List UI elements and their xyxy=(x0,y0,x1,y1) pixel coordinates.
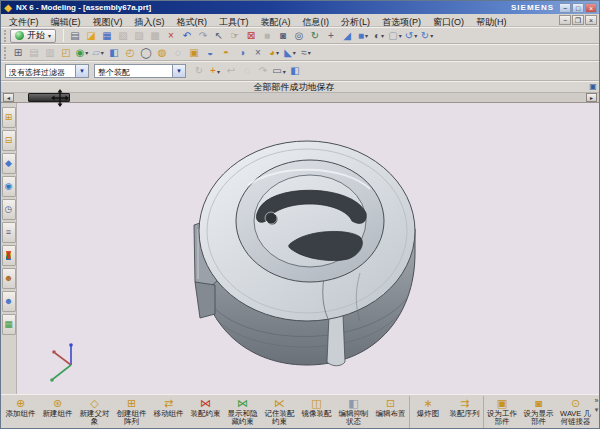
scene-icon[interactable]: ▦ xyxy=(2,314,16,335)
pan-icon[interactable]: + xyxy=(323,28,339,43)
overflow-more-icon[interactable]: ▾ xyxy=(595,405,599,414)
circle-icon[interactable]: ◌ xyxy=(239,64,255,79)
fit-view-icon[interactable]: ◙ xyxy=(275,28,291,43)
menu-view[interactable]: 视图(V) xyxy=(87,17,129,27)
shaded-cube-icon[interactable]: ◧ xyxy=(287,64,303,79)
open-folder-icon[interactable]: ◪ xyxy=(83,28,99,43)
menu-window[interactable]: 窗口(O) xyxy=(427,17,470,27)
new-parent-button[interactable]: ◇ 新建父对象 xyxy=(76,396,113,428)
menu-tools[interactable]: 工具(T) xyxy=(213,17,255,27)
wave-geometry-linker-button[interactable]: ⊙ WAVE 几何链接器 xyxy=(557,396,594,428)
selection-filter-dropdown[interactable]: 没有选择过滤器 ▼ xyxy=(5,64,89,78)
remember-constraints-button[interactable]: ⋉ 记住装配约束 xyxy=(261,396,298,428)
paste-icon[interactable]: ▩ xyxy=(147,28,163,43)
pocket-icon[interactable]: ◌ xyxy=(170,45,186,60)
menu-file[interactable]: 文件(F) xyxy=(3,17,45,27)
menu-information[interactable]: 信息(I) xyxy=(297,17,336,27)
revolve-icon[interactable]: ◴ xyxy=(122,45,138,60)
new-component-button[interactable]: ⊛ 新建组件 xyxy=(39,396,76,428)
create-component-array-button[interactable]: ⊞ 创建组件阵列 xyxy=(113,396,150,428)
scroll-right-arrow[interactable]: ▸ xyxy=(586,93,597,102)
navigator-window-icon[interactable]: ⊞ xyxy=(10,45,26,60)
delete-icon[interactable]: × xyxy=(163,28,179,43)
hole-icon[interactable]: ◯ xyxy=(138,45,154,60)
make-work-part-button[interactable]: ▣ 设为工作部件 xyxy=(483,396,520,428)
cue-bar-right-icon[interactable]: ▣ xyxy=(587,83,599,91)
extrude-icon[interactable]: ◧ xyxy=(106,45,122,60)
horizontal-scrollbar[interactable]: ◂ ▸ xyxy=(1,93,599,103)
add-component-button[interactable]: ⊕ 添加组件 xyxy=(2,396,39,428)
new-file-icon[interactable]: ▤ xyxy=(67,28,83,43)
thread-icon[interactable]: ≈ xyxy=(298,45,314,60)
snap-view-icon[interactable]: ↻ xyxy=(419,28,435,43)
gesture-icon[interactable]: ☞ xyxy=(227,28,243,43)
roles-icon[interactable]: ☻ xyxy=(2,268,16,289)
unite-icon[interactable]: ◒ xyxy=(202,45,218,60)
save-icon[interactable]: ▦ xyxy=(99,28,115,43)
open-box-icon[interactable]: ◰ xyxy=(58,45,74,60)
palette-icon[interactable]: ▮ xyxy=(2,245,16,266)
zoom-icon[interactable]: ◎ xyxy=(291,28,307,43)
menu-help[interactable]: 帮助(H) xyxy=(470,17,513,27)
cascade-windows-icon[interactable]: ▤ xyxy=(26,45,42,60)
render-style-icon[interactable]: ◐ xyxy=(371,28,387,43)
background-icon[interactable]: ▢ xyxy=(387,28,403,43)
system-materials-icon[interactable]: ≡ xyxy=(2,222,16,243)
show-hide-constraints-button[interactable]: ⋈ 显示和隐藏约束 xyxy=(224,396,261,428)
maximize-button[interactable]: □ xyxy=(572,3,584,13)
chevron-down-icon[interactable]: ▼ xyxy=(172,65,185,77)
trim-body-icon[interactable]: × xyxy=(250,45,266,60)
constraint-navigator-icon[interactable]: ⊟ xyxy=(2,130,16,151)
refresh-icon[interactable]: ↻ xyxy=(191,64,207,79)
chevron-down-icon[interactable]: ▼ xyxy=(75,65,88,77)
start-menu-button[interactable]: 开始 xyxy=(10,29,56,43)
move-component-button[interactable]: ⇄ 移动组件 xyxy=(150,396,187,428)
selection-arrow-icon[interactable]: ↖ xyxy=(211,28,227,43)
mirror-assembly-button[interactable]: ◫ 镜像装配 xyxy=(298,396,335,428)
assembly-constraints-button[interactable]: ⋈ 装配约束 xyxy=(187,396,224,428)
selection-scope-dropdown[interactable]: 整个装配 ▼ xyxy=(94,64,186,78)
undo-icon[interactable]: ↶ xyxy=(179,28,195,43)
overflow-chevron-icon[interactable]: » xyxy=(595,396,599,405)
make-displayed-part-button[interactable]: ◙ 设为显示部件 xyxy=(520,396,557,428)
web-browser-icon[interactable]: ◉ xyxy=(2,176,16,197)
blend-icon[interactable]: ◕ xyxy=(266,45,282,60)
shaded-face-icon[interactable]: ◢ xyxy=(339,28,355,43)
arc-icon[interactable]: ↷ xyxy=(255,64,271,79)
datum-plane-icon[interactable]: ▱ xyxy=(90,45,106,60)
user-groups-icon[interactable]: ☻ xyxy=(2,291,16,312)
menu-preferences[interactable]: 首选项(P) xyxy=(376,17,427,27)
intersect-icon[interactable]: ◑ xyxy=(234,45,250,60)
mdi-restore-button[interactable]: ❐ xyxy=(572,15,584,25)
viewport[interactable] xyxy=(17,103,599,394)
sketch-icon[interactable]: ◉ xyxy=(74,45,90,60)
boss-icon[interactable]: ◍ xyxy=(154,45,170,60)
menu-assemblies[interactable]: 装配(A) xyxy=(255,17,297,27)
mdi-minimize-button[interactable]: − xyxy=(559,15,571,25)
part-navigator-icon[interactable]: ◆ xyxy=(2,153,16,174)
derive-icon[interactable]: ↩ xyxy=(223,64,239,79)
isometric-view-icon[interactable]: ■ xyxy=(355,28,371,43)
snap-point-icon[interactable]: + xyxy=(207,64,223,79)
3d-model-end-cover[interactable] xyxy=(182,133,427,371)
redo-icon[interactable]: ↷ xyxy=(195,28,211,43)
menu-edit[interactable]: 编辑(E) xyxy=(45,17,87,27)
subtract-icon[interactable]: ◓ xyxy=(218,45,234,60)
toolbar-overflow[interactable]: » ▾ xyxy=(594,396,599,428)
edit-suppression-state-button[interactable]: ◧ 编辑抑制状态 xyxy=(335,396,372,428)
assembly-sequence-button[interactable]: ⇉ 装配序列 xyxy=(446,396,483,428)
edit-arrangement-button[interactable]: ⊡ 编辑布置 xyxy=(372,396,409,428)
history-icon[interactable]: ◷ xyxy=(2,199,16,220)
checkbox-x-icon[interactable]: ⊠ xyxy=(243,28,259,43)
chamfer-icon[interactable]: ◣ xyxy=(282,45,298,60)
toolbar-grip[interactable] xyxy=(4,30,7,42)
cut-icon[interactable]: ▧ xyxy=(115,28,131,43)
orient-view-icon[interactable]: ↺ xyxy=(403,28,419,43)
copy-icon[interactable]: ▨ xyxy=(131,28,147,43)
rotate-view-icon[interactable]: ↻ xyxy=(307,28,323,43)
menu-insert[interactable]: 插入(S) xyxy=(129,17,171,27)
pad-icon[interactable]: ▣ xyxy=(186,45,202,60)
mdi-close-button[interactable]: × xyxy=(585,15,597,25)
menu-format[interactable]: 格式(R) xyxy=(171,17,214,27)
minimize-button[interactable]: − xyxy=(559,3,571,13)
